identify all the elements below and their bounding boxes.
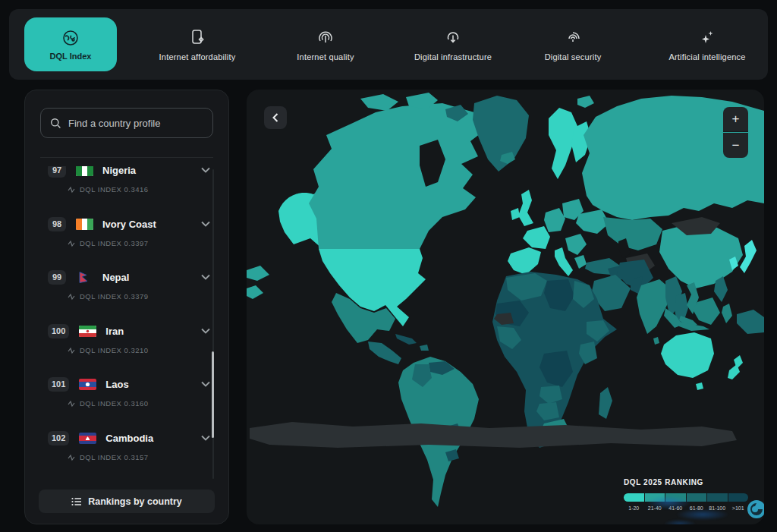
list-item-cambodia[interactable]: 102 Cambodia DQL INDEX 0.3157 — [25, 430, 216, 470]
legend-swatch — [624, 493, 644, 502]
search-input[interactable] — [68, 118, 197, 129]
country-search[interactable] — [40, 108, 213, 138]
rankings-button-label: Rankings by country — [88, 496, 182, 507]
legend-swatch — [645, 493, 665, 502]
tab-digital-infrastructure[interactable]: Digital infrastructure — [398, 9, 508, 80]
list-icon — [71, 497, 82, 506]
chevron-down-icon[interactable] — [201, 167, 210, 173]
chevron-down-icon[interactable] — [201, 221, 210, 227]
country-name: Cambodia — [105, 433, 201, 444]
zoom-in-button[interactable]: + — [723, 107, 748, 132]
search-icon — [50, 118, 61, 129]
tab-label: Artificial intelligence — [668, 52, 745, 61]
back-button[interactable] — [264, 106, 287, 129]
chevron-down-icon[interactable] — [201, 381, 210, 387]
map-region-antarctica — [250, 422, 737, 448]
chevron-down-icon[interactable] — [201, 274, 210, 280]
top-navigation: DQL Index Internet affordability Interne… — [9, 9, 768, 80]
flag-ivory-coast — [76, 219, 93, 230]
tab-internet-quality[interactable]: Internet quality — [276, 9, 375, 80]
tab-internet-affordability[interactable]: Internet affordability — [144, 9, 250, 80]
pulse-icon — [68, 240, 75, 247]
tab-label: DQL Index — [50, 52, 92, 61]
list-item-laos[interactable]: 101 Laos DQL INDEX 0.3160 — [25, 376, 216, 416]
tab-dql-index[interactable]: DQL Index — [24, 17, 117, 71]
map-region-europe[interactable] — [523, 226, 550, 249]
map-region-japan[interactable] — [740, 240, 757, 273]
rankings-by-country-button[interactable]: Rankings by country — [39, 490, 215, 513]
cloud-download-icon — [444, 28, 462, 46]
flag-iran — [79, 326, 96, 337]
pulse-icon — [68, 347, 75, 354]
dql-index-value: DQL INDEX 0.3416 — [80, 185, 149, 194]
tab-label: Internet quality — [297, 52, 354, 61]
legend-bucket: 81-100 — [707, 493, 728, 511]
list-item-iran[interactable]: 100 Iran DQL INDEX 0.3210 — [25, 323, 216, 363]
country-name: Nepal — [102, 272, 201, 283]
pulse-icon — [68, 454, 75, 461]
tab-digital-security[interactable]: Digital security — [531, 9, 615, 80]
legend-bucket: 61-80 — [687, 493, 707, 511]
map-legend: DQL 2025 RANKING 1-20 21-40 41-60 61-80 … — [624, 478, 749, 511]
legend-bucket: >101 — [728, 493, 749, 511]
country-name: Iran — [105, 326, 201, 337]
legend-bucket: 41-60 — [665, 493, 686, 511]
rank-badge: 100 — [48, 324, 69, 338]
flag-laos — [79, 379, 96, 390]
zoom-out-button[interactable]: − — [723, 133, 748, 158]
gauge-icon — [316, 28, 335, 46]
flag-nepal — [76, 272, 93, 283]
chevron-down-icon[interactable] — [201, 328, 210, 334]
dql-index-value: DQL INDEX 0.3210 — [80, 346, 149, 354]
map-region-canada[interactable] — [309, 103, 483, 249]
legend-swatch — [687, 493, 707, 502]
divider — [40, 157, 213, 158]
country-ranking-sidebar: 97 Nigeria DQL INDEX 0.3416 98 Ivory Coa… — [24, 90, 229, 524]
map-region-india[interactable] — [637, 279, 670, 334]
rank-badge: 98 — [48, 217, 66, 231]
sparkles-icon — [698, 28, 716, 46]
choropleth-world-map[interactable] — [247, 90, 764, 524]
list-item-ivory-coast[interactable]: 98 Ivory Coast DQL INDEX 0.3397 — [25, 216, 216, 256]
map-region-australia[interactable] — [661, 332, 714, 378]
pulse-icon — [68, 186, 75, 194]
pulse-icon — [68, 293, 75, 301]
country-name: Nigeria — [102, 166, 201, 176]
phone-icon — [189, 28, 206, 46]
flag-nigeria — [76, 166, 93, 176]
legend-swatch — [707, 493, 728, 502]
chevron-left-icon — [272, 113, 278, 122]
rank-badge: 97 — [48, 166, 66, 178]
list-item-nigeria[interactable]: 97 Nigeria DQL INDEX 0.3416 — [25, 166, 216, 202]
legend-swatch — [665, 493, 686, 502]
scrollbar-thumb[interactable] — [212, 351, 214, 438]
legend-bucket: 1-20 — [624, 493, 644, 511]
dql-index-value: DQL INDEX 0.3397 — [80, 239, 149, 247]
country-name: Laos — [105, 379, 201, 390]
tab-label: Digital infrastructure — [414, 52, 492, 61]
globe-icon — [61, 29, 80, 47]
watermark-logo — [747, 499, 764, 519]
world-map-panel: + − DQL 2025 RANKING 1-20 21-40 41-60 61… — [247, 90, 764, 524]
flag-cambodia — [79, 433, 96, 444]
country-list: 97 Nigeria DQL INDEX 0.3416 98 Ivory Coa… — [25, 166, 216, 479]
fingerprint-icon — [564, 28, 582, 46]
legend-title: DQL 2025 RANKING — [624, 478, 749, 486]
dql-index-value: DQL INDEX 0.3157 — [80, 453, 149, 461]
country-name: Ivory Coast — [102, 219, 201, 230]
tab-artificial-intelligence[interactable]: Artificial intelligence — [653, 9, 762, 80]
dql-index-value: DQL INDEX 0.3379 — [80, 292, 149, 301]
legend-swatch — [728, 493, 749, 502]
rank-badge: 99 — [48, 270, 66, 285]
legend-bucket: 21-40 — [645, 493, 665, 511]
chevron-down-icon[interactable] — [201, 435, 210, 441]
rank-badge: 102 — [48, 431, 69, 445]
tab-label: Digital security — [545, 52, 602, 61]
rank-badge: 101 — [48, 377, 69, 392]
tab-label: Internet affordability — [159, 52, 236, 61]
dql-index-value: DQL INDEX 0.3160 — [80, 399, 149, 408]
list-item-nepal[interactable]: 99 Nepal DQL INDEX 0.3379 — [25, 269, 216, 309]
pulse-icon — [68, 400, 75, 408]
